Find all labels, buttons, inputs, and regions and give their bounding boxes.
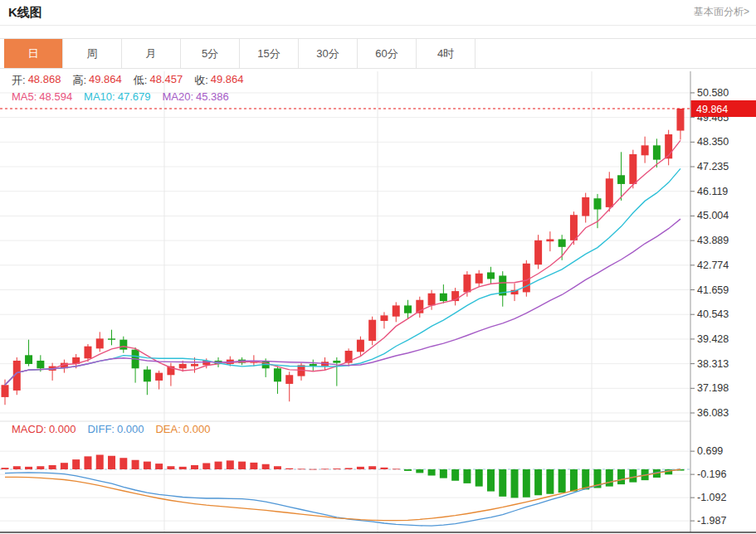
candle [155,373,163,381]
macd-quote: MACD:0.000 [12,423,76,435]
ma5-quote: MA5:48.594 [12,90,72,103]
candle [108,338,115,339]
ma10-label: MA10: [84,90,115,103]
ma5-label: MA5: [12,90,37,103]
low-value: 48.457 [149,73,183,88]
macd-bar [476,469,483,487]
candle [523,264,530,293]
ma10-value: 47.679 [118,90,151,103]
dea-line [5,469,680,521]
macd-bar [546,469,554,494]
candle [357,340,364,352]
ma5-value: 48.594 [39,90,72,103]
macd-bar [84,456,91,469]
macd-bar [393,468,400,469]
macd-bar [368,466,376,469]
current-price-badge-value: 49.864 [696,104,728,115]
price-axis-label: 40.543 [697,308,729,320]
tab-month[interactable]: 月 [122,39,181,68]
macd-bar [132,460,139,469]
candle [594,198,602,209]
tab-week[interactable]: 周 [63,39,122,68]
tab-15min[interactable]: 15分 [240,39,299,68]
price-axis-label: 37.198 [697,382,729,394]
candle [368,320,376,341]
close-label: 收: [194,73,208,88]
macd-bar [227,460,234,469]
ma20-value: 45.386 [196,90,229,103]
close-quote: 收:49.864 [194,73,243,88]
macd-value: 0.000 [49,423,76,435]
macd-bar [144,462,151,469]
macd-bar [499,469,506,497]
tab-day[interactable]: 日 [4,39,63,68]
macd-bar [191,465,198,469]
macd-bar [617,469,625,484]
macd-histogram-group [2,454,685,498]
candle [617,175,625,184]
ma20-label: MA20: [162,90,193,103]
candle [37,361,44,368]
dea-label: DEA: [155,423,180,435]
candle [606,178,613,207]
ma10-quote: MA10:47.679 [84,90,150,103]
macd-label: MACD: [12,423,46,435]
chart-area: 50.58049.46548.35047.23546.11945.00443.8… [0,71,756,534]
tab-30min[interactable]: 30分 [299,39,358,68]
macd-bar [558,469,566,493]
candle [25,355,32,364]
macd-bar [380,468,388,469]
macd-bar [61,463,68,469]
ma20-quote: MA20:45.386 [162,90,228,103]
ma5-line [5,140,680,385]
macd-bar [357,467,364,469]
macd-bar [49,465,56,469]
macd-bar [262,464,270,469]
ma20-line [5,219,680,385]
macd-axis-label: -1.987 [697,515,726,527]
macd-bar [440,469,447,478]
candle [463,274,471,292]
tab-5min[interactable]: 5分 [181,39,240,68]
macd-bar [179,467,187,469]
macd-axis-label: 0.699 [697,445,723,457]
macd-bar [416,469,423,473]
candle [558,240,566,247]
macd-bar [274,466,281,469]
macd-bar [298,468,305,469]
macd-bar [570,469,578,492]
macd-bar [37,466,44,469]
price-axis-label: 47.235 [697,161,729,172]
price-axis-label: 36.083 [697,407,729,419]
macd-bar [285,468,293,469]
candle [380,315,388,321]
kline-chart[interactable]: 50.58049.46548.35047.23546.11945.00443.8… [0,71,756,534]
macd-bar [108,456,115,469]
macd-axis-label: -1.092 [697,492,726,503]
price-axis-label: 45.004 [697,210,729,221]
candle [404,305,412,313]
macd-bar [404,469,412,471]
candle [144,370,151,382]
fundamental-analysis-link[interactable]: 基本面分析> [694,0,749,23]
macd-bar [523,469,530,498]
tab-60min[interactable]: 60分 [358,39,417,68]
macd-bar [629,469,637,483]
candle [570,215,578,240]
period-tab-bar: 日周月5分15分30分60分4时 [0,38,756,69]
dea-quote: DEA:0.000 [155,423,210,435]
macd-bar [582,469,589,489]
low-quote: 低:48.457 [134,73,183,88]
diff-value: 0.000 [117,423,144,435]
diff-label: DIFF: [87,423,115,435]
high-value: 49.864 [89,73,122,88]
price-axis-label: 38.313 [697,358,729,370]
macd-bar [487,469,495,492]
macd-bar [72,459,80,469]
macd-bar [202,463,210,469]
high-label: 高: [72,73,86,88]
tab-4hour[interactable]: 4时 [417,39,476,68]
macd-axis-label: -0.196 [697,468,726,480]
macd-bar [13,466,21,469]
candle [393,305,400,316]
